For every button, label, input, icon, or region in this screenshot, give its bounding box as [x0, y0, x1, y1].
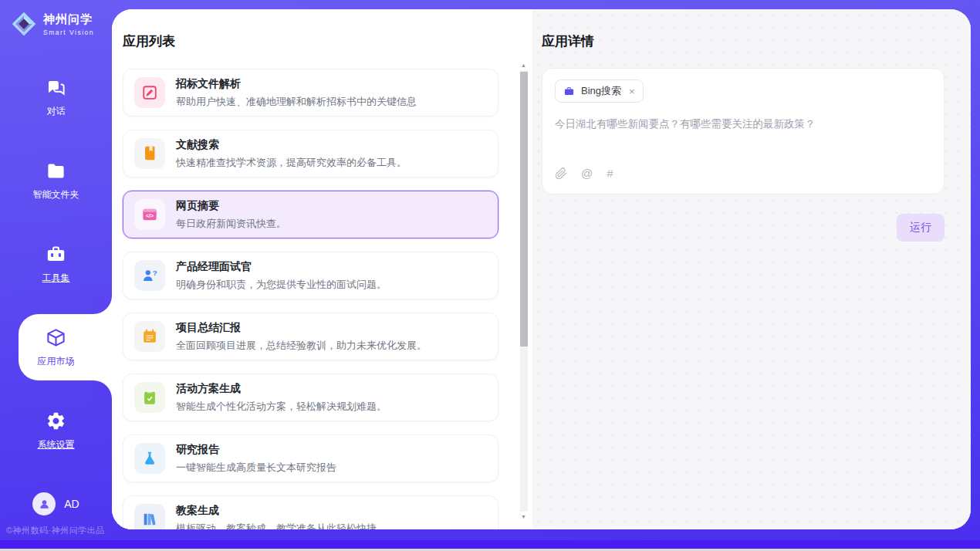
close-icon[interactable]: ×	[629, 86, 635, 97]
app-description: 快速精准查找学术资源，提高研究效率的必备工具。	[176, 156, 407, 170]
main-content: 应用列表 招标文件解析帮助用户快速、准确地理解和解析招标书中的关键信息文献搜索快…	[112, 9, 971, 529]
at-icon[interactable]: @	[581, 167, 593, 180]
scroll-up-icon[interactable]: ▲	[521, 60, 526, 70]
books-icon	[134, 504, 165, 529]
app-card[interactable]: 项目总结汇报全面回顾项目进展，总结经验教训，助力未来优化发展。	[123, 313, 498, 360]
person-icon	[38, 498, 51, 511]
app-name: 活动方案生成	[176, 382, 387, 396]
app-description: 模板驱动，教案秒成，教学准备从此轻松快捷	[176, 522, 377, 530]
app-list-panel: 应用列表 招标文件解析帮助用户快速、准确地理解和解析招标书中的关键信息文献搜索快…	[112, 9, 532, 529]
app-name: 网页摘要	[176, 199, 286, 213]
brand-name: 神州问学	[43, 12, 94, 27]
app-card[interactable]: 研究报告一键智能生成高质量长文本研究报告	[123, 434, 498, 482]
clipboard-icon	[134, 382, 165, 413]
app-detail-title: 应用详情	[542, 32, 945, 50]
brand-diamond-icon	[10, 10, 38, 38]
sidebar-item-label: 工具集	[42, 272, 70, 285]
sidebar-item-label: 对话	[47, 105, 66, 118]
book-icon	[134, 138, 165, 169]
app-card[interactable]: 文献搜索快速精准查找学术资源，提高研究效率的必备工具。	[123, 130, 498, 177]
sidebar-item-chat[interactable]: 对话	[0, 56, 112, 139]
note-icon	[134, 321, 165, 352]
brand-logo: 神州问学 Smart Vision	[10, 10, 94, 38]
browser-icon: </>	[134, 199, 165, 230]
app-description: 每日政府新闻资讯快查。	[176, 217, 286, 231]
scroll-down-icon[interactable]: ▼	[521, 512, 526, 522]
pen-square-icon	[134, 77, 165, 108]
app-name: 产品经理面试官	[176, 260, 387, 274]
svg-text:?: ?	[153, 269, 157, 277]
hash-icon[interactable]: #	[607, 167, 613, 180]
chat-icon	[46, 77, 66, 98]
app-description: 智能生成个性化活动方案，轻松解决规划难题。	[176, 400, 387, 414]
interview-icon: ?	[134, 260, 165, 291]
question-text[interactable]: 今日湖北有哪些新闻要点？有哪些需要关注的最新政策？	[555, 117, 931, 167]
brand-subtitle: Smart Vision	[43, 29, 94, 36]
run-row: 运行	[542, 214, 945, 242]
scrollbar-track[interactable]	[520, 70, 528, 512]
bottom-bar	[0, 540, 980, 549]
app-input-card: Bing搜索 × 今日湖北有哪些新闻要点？有哪些需要关注的最新政策？ @#	[542, 68, 945, 194]
app-name: 项目总结汇报	[176, 321, 427, 335]
app-name: 文献搜索	[176, 138, 407, 152]
tool-tag-bing-search[interactable]: Bing搜索 ×	[555, 79, 644, 103]
app-description: 全面回顾项目进展，总结经验教训，助力未来优化发展。	[176, 339, 427, 353]
app-name: 研究报告	[176, 443, 336, 457]
sidebar-nav: 对话智能文件夹工具集应用市场系统设置	[0, 56, 112, 472]
app-frame: 神州问学 Smart Vision 对话智能文件夹工具集应用市场系统设置 AD …	[0, 0, 980, 540]
attachment-toolbar: @#	[555, 167, 931, 183]
avatar[interactable]	[32, 492, 56, 516]
app-card[interactable]: 教案生成模板驱动，教案秒成，教学准备从此轻松快捷	[123, 495, 498, 529]
app-description: 帮助用户快速、准确地理解和解析招标书中的关键信息	[176, 95, 417, 109]
app-detail-panel: 应用详情 Bing搜索 × 今日湖北有哪些新闻要点？有哪些需要关注的最新政策？ …	[532, 9, 971, 529]
app-card[interactable]: 招标文件解析帮助用户快速、准确地理解和解析招标书中的关键信息	[123, 69, 498, 117]
gear-icon	[46, 411, 66, 431]
sidebar-item-label: 系统设置	[38, 438, 75, 451]
sidebar-item-label: 智能文件夹	[33, 188, 79, 201]
sidebar-item-app-market[interactable]: 应用市场	[0, 306, 112, 389]
app-list: 招标文件解析帮助用户快速、准确地理解和解析招标书中的关键信息文献搜索快速精准查找…	[123, 69, 498, 529]
app-card[interactable]: </>网页摘要每日政府新闻资讯快查。	[123, 191, 498, 238]
flask-icon	[134, 443, 165, 474]
folder-icon	[46, 161, 66, 181]
cube-icon	[46, 327, 66, 348]
run-button[interactable]: 运行	[897, 214, 945, 242]
sidebar-item-toolbox[interactable]: 工具集	[0, 222, 112, 306]
app-card[interactable]: ?产品经理面试官明确身份和职责，为您提供专业性的面试问题。	[123, 252, 498, 299]
copyright-footer: ©神州数码·神州问学出品	[6, 525, 105, 536]
sidebar: 神州问学 Smart Vision 对话智能文件夹工具集应用市场系统设置 AD …	[0, 0, 112, 540]
app-description: 明确身份和职责，为您提供专业性的面试问题。	[176, 278, 387, 292]
app-card[interactable]: 活动方案生成智能生成个性化活动方案，轻松解决规划难题。	[123, 374, 498, 421]
briefcase-icon	[563, 86, 575, 97]
svg-text:</>: </>	[146, 213, 154, 218]
toolbox-icon	[46, 244, 66, 265]
paperclip-icon[interactable]	[555, 167, 567, 180]
scrollbar[interactable]: ▲ ▼	[519, 60, 529, 522]
sidebar-item-label: 应用市场	[38, 355, 75, 368]
user-row[interactable]: AD	[0, 492, 112, 516]
app-list-title: 应用列表	[123, 32, 532, 50]
scrollbar-thumb[interactable]	[520, 72, 528, 346]
sidebar-item-smart-folder[interactable]: 智能文件夹	[0, 139, 112, 222]
user-initials: AD	[64, 498, 79, 510]
sidebar-item-settings[interactable]: 系统设置	[0, 389, 112, 472]
app-name: 教案生成	[176, 504, 377, 518]
tool-tag-label: Bing搜索	[581, 84, 621, 98]
app-name: 招标文件解析	[176, 77, 417, 91]
app-description: 一键智能生成高质量长文本研究报告	[176, 461, 336, 475]
